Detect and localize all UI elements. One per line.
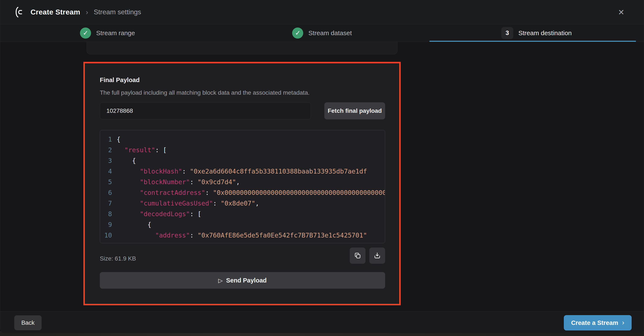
code-text: { — [117, 220, 385, 230]
download-button[interactable] — [369, 248, 385, 264]
chevron-right-icon: › — [622, 318, 624, 326]
code-line: 2 "result": [ — [100, 145, 385, 156]
modal-header: Create Stream › Stream settings ✕ — [0, 0, 644, 24]
tab-stream-destination[interactable]: 3 Stream destination — [429, 24, 644, 42]
code-line: 6 "contractAddress": "0x0000000000000000… — [100, 188, 385, 198]
code-line: 5 "blockNumber": "0x9cd7d4", — [100, 177, 385, 188]
section-title: Final Payload — [100, 76, 140, 84]
code-text: { — [117, 134, 385, 145]
create-stream-label: Create a Stream — [571, 319, 618, 326]
code-text: "result": [ — [117, 145, 385, 156]
create-stream-button[interactable]: Create a Stream › — [564, 315, 632, 330]
create-stream-screen: Create Stream › Stream settings ✕ ✓ Stre… — [0, 0, 644, 336]
line-number: 9 — [100, 220, 117, 230]
code-text: "decodedLogs": [ — [117, 209, 385, 220]
code-text: "contractAddress": "0x000000000000000000… — [117, 188, 385, 198]
line-number: 7 — [100, 198, 117, 209]
fetch-final-payload-button[interactable]: Fetch final payload — [324, 102, 385, 120]
code-line: 9 { — [100, 220, 385, 230]
send-payload-label: Send Payload — [226, 277, 266, 284]
page-title: Create Stream — [30, 8, 80, 16]
previous-section-card-bottom — [86, 42, 398, 54]
line-number: 10 — [100, 230, 117, 241]
line-number: 5 — [100, 177, 117, 188]
section-description: The full payload including all matching … — [100, 89, 310, 96]
line-number: 1 — [100, 134, 117, 145]
block-number-input[interactable] — [100, 102, 311, 120]
step-label: Stream range — [96, 30, 135, 37]
copy-icon — [354, 252, 362, 260]
check-icon: ✓ — [292, 28, 303, 38]
payload-size-label: Size: 61.9 KB — [100, 255, 136, 262]
code-text: "address": "0x760AfE86e5de5fa0Ee542fc7B7… — [117, 230, 385, 241]
download-icon — [374, 252, 381, 260]
final-payload-highlight-frame: Final Payload The full payload including… — [84, 62, 401, 305]
step-label: Stream dataset — [308, 30, 352, 37]
payload-json-viewer[interactable]: 1{2 "result": [3 {4 "blockHash": "0xe2a6… — [100, 130, 385, 243]
breadcrumb-chevron-icon: › — [86, 8, 88, 16]
line-number: 6 — [100, 188, 117, 198]
line-number: 4 — [100, 166, 117, 177]
code-line: 7 "cumulativeGasUsed": "0x8de07", — [100, 198, 385, 209]
create-stream-modal: Create Stream › Stream settings ✕ ✓ Stre… — [0, 0, 644, 333]
tab-stream-dataset[interactable]: ✓ Stream dataset — [215, 24, 429, 42]
line-number: 2 — [100, 145, 117, 156]
line-number: 8 — [100, 209, 117, 220]
code-line: 10 "address": "0x760AfE86e5de5fa0Ee542fc… — [100, 230, 385, 241]
quicknode-logo-icon — [14, 6, 25, 18]
code-line: 3 { — [100, 156, 385, 166]
code-text: "blockHash": "0xe2a6d6604c8ffa5b33811038… — [117, 166, 385, 177]
code-line: 8 "decodedLogs": [ — [100, 209, 385, 220]
code-text: "cumulativeGasUsed": "0x8de07", — [117, 198, 385, 209]
active-tab-underline — [430, 41, 636, 42]
modal-content: Final Payload The full payload including… — [0, 42, 644, 311]
code-line: 4 "blockHash": "0xe2a6d6604c8ffa5b338110… — [100, 166, 385, 177]
code-text: "blockNumber": "0x9cd7d4", — [117, 177, 385, 188]
check-icon: ✓ — [80, 28, 91, 38]
send-payload-button[interactable]: ▷ Send Payload — [100, 272, 385, 289]
close-icon[interactable]: ✕ — [615, 6, 627, 18]
code-text: { — [117, 156, 385, 166]
line-number: 3 — [100, 156, 117, 166]
step-number-badge: 3 — [501, 27, 513, 39]
stepper-bar: ✓ Stream range ✓ Stream dataset 3 Stream… — [0, 24, 644, 42]
code-line: 1{ — [100, 134, 385, 145]
tab-stream-range[interactable]: ✓ Stream range — [0, 24, 215, 42]
back-button[interactable]: Back — [14, 315, 42, 330]
modal-footer: Back Create a Stream › — [0, 311, 644, 333]
step-label: Stream destination — [518, 30, 572, 37]
breadcrumb-current: Stream settings — [94, 8, 141, 16]
copy-button[interactable] — [350, 248, 366, 264]
play-icon: ▷ — [218, 277, 223, 284]
